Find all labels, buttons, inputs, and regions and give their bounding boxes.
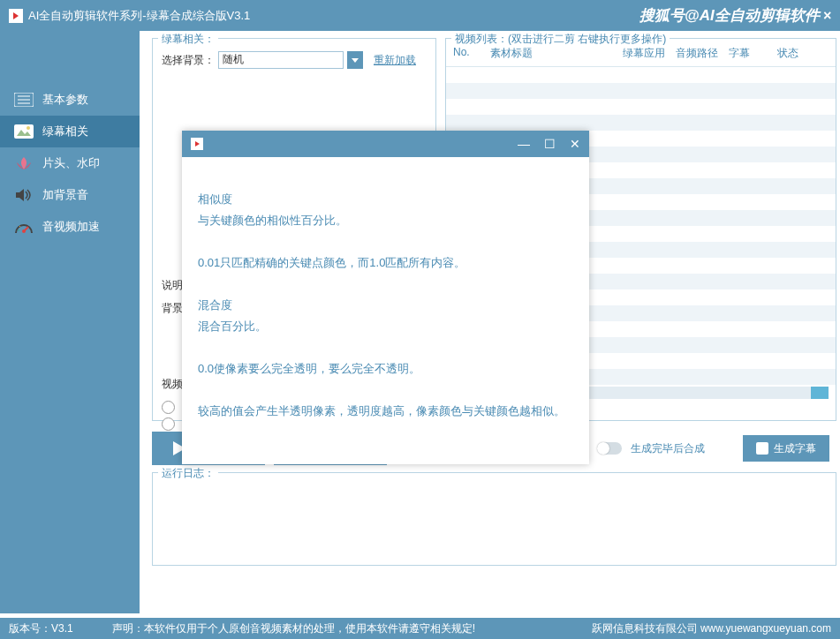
- panel-legend: 视频列表：(双击进行二剪 右键执行更多操作): [451, 32, 670, 47]
- list-icon: [14, 92, 34, 108]
- help-text: 0.0使像素要么完全透明，要么完全不透明。: [198, 358, 573, 380]
- watermark-text: 搜狐号@AI全自动剪辑软件 ×: [639, 5, 831, 26]
- sidebar-item-label: 绿幕相关: [42, 124, 88, 139]
- disclaimer-text: 声明：本软件仅用于个人原创音视频素材的处理，使用本软件请遵守相关规定!: [112, 621, 475, 636]
- sidebar-item-speed[interactable]: 音视频加速: [0, 211, 140, 243]
- sidebar-item-greenscreen[interactable]: 绿幕相关: [0, 116, 140, 147]
- close-icon[interactable]: ×: [823, 8, 831, 24]
- svg-point-6: [26, 126, 30, 130]
- image-icon: [14, 124, 34, 139]
- dialog-body: 相似度 与关键颜色的相似性百分比。 0.01只匹配精确的关键点颜色，而1.0匹配…: [182, 157, 589, 454]
- minimize-icon[interactable]: —: [518, 137, 530, 151]
- close-icon[interactable]: ✕: [570, 137, 580, 151]
- bg-label: 选择背景：: [162, 53, 215, 68]
- svg-rect-4: [14, 124, 34, 139]
- sidebar-item-intro-watermark[interactable]: 片头、水印: [0, 147, 140, 179]
- company-text: 跃网信息科技有限公司 www.yuewangxueyuan.com: [592, 621, 831, 636]
- speaker-icon: [14, 187, 34, 203]
- sidebar: 基本参数 绿幕相关 片头、水印 加背景音 音视频加速: [0, 31, 140, 613]
- col-title[interactable]: 素材标题: [490, 46, 623, 61]
- radio-option-1[interactable]: [162, 401, 175, 414]
- subtitle-icon: [756, 442, 768, 455]
- after-done-toggle[interactable]: [597, 442, 622, 455]
- help-text: 较高的值会产生半透明像素，透明度越高，像素颜色与关键颜色越相似。: [198, 401, 573, 422]
- help-text: 与关键颜色的相似性百分比。: [198, 210, 573, 231]
- sidebar-item-label: 片头、水印: [42, 155, 100, 171]
- help-heading-2: 混合度: [198, 295, 573, 316]
- sidebar-item-basic[interactable]: 基本参数: [0, 84, 140, 116]
- statusbar: 版本号：V3.1 声明：本软件仅用于个人原创音视频素材的处理，使用本软件请遵守相…: [0, 618, 840, 639]
- sidebar-item-label: 加背景音: [42, 187, 88, 203]
- sidebar-item-label: 音视频加速: [42, 219, 100, 235]
- help-text: 0.01只匹配精确的关键点颜色，而1.0匹配所有内容。: [198, 252, 573, 274]
- col-audio[interactable]: 音频路径: [676, 46, 729, 61]
- radio-option-2[interactable]: [162, 417, 175, 431]
- log-panel: 运行日志：: [152, 472, 836, 566]
- col-status[interactable]: 状态: [777, 46, 813, 61]
- version-text: 版本号：V3.1: [9, 621, 73, 636]
- panel-legend: 运行日志：: [158, 466, 218, 481]
- sidebar-item-label: 基本参数: [42, 92, 88, 108]
- col-subtitle[interactable]: 字幕: [729, 46, 777, 61]
- svg-marker-7: [16, 189, 24, 201]
- sidebar-item-bgmusic[interactable]: 加背景音: [0, 179, 140, 211]
- dialog-titlebar[interactable]: — ☐ ✕: [182, 131, 589, 157]
- svg-line-9: [24, 227, 28, 231]
- help-dialog: — ☐ ✕ 相似度 与关键颜色的相似性百分比。 0.01只匹配精确的关键点颜色，…: [182, 131, 589, 464]
- title-area: AI全自动剪辑软件系列-绿幕合成综合版V3.1: [9, 8, 250, 24]
- app-title: AI全自动剪辑软件系列-绿幕合成综合版V3.1: [28, 8, 250, 24]
- help-text: 混合百分比。: [198, 316, 573, 337]
- help-heading-1: 相似度: [198, 189, 573, 210]
- app-icon: [191, 138, 203, 150]
- dropdown-icon[interactable]: [347, 51, 363, 69]
- bg-select[interactable]: 随机: [218, 51, 344, 69]
- col-no[interactable]: No.: [453, 46, 490, 61]
- panel-legend: 绿幕相关：: [158, 32, 218, 47]
- gauge-icon: [14, 219, 34, 235]
- reload-link[interactable]: 重新加载: [374, 53, 416, 68]
- toggle-label: 生成完毕后合成: [631, 441, 705, 456]
- maximize-icon[interactable]: ☐: [544, 137, 556, 151]
- app-icon: [9, 9, 23, 23]
- titlebar: AI全自动剪辑软件系列-绿幕合成综合版V3.1 搜狐号@AI全自动剪辑软件 ×: [0, 0, 840, 31]
- svg-line-11: [19, 226, 20, 227]
- lotus-icon: [14, 155, 34, 171]
- col-greenscreen[interactable]: 绿幕应用: [623, 46, 676, 61]
- generate-subtitle-button[interactable]: 生成字幕: [743, 435, 829, 462]
